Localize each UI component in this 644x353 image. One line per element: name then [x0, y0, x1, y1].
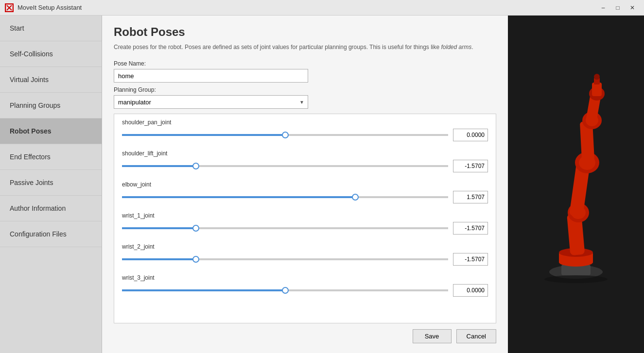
sidebar-item-end-effectors[interactable]: End Effectors: [0, 144, 102, 170]
3d-viewport: [508, 16, 644, 353]
sidebar-item-robot-poses[interactable]: Robot Poses: [0, 118, 102, 144]
sidebar-item-planning-groups[interactable]: Planning Groups: [0, 93, 102, 118]
joint-row: elbow_joint: [122, 181, 488, 203]
joint-slider-wrapper: [122, 130, 448, 140]
page-title: Robot Poses: [114, 25, 496, 39]
save-button[interactable]: Save: [413, 329, 452, 343]
planning-group-select[interactable]: manipulator: [114, 95, 308, 109]
joints-hscroll: ◀ ▶: [114, 323, 496, 323]
joint-controls: [122, 222, 488, 235]
sidebar-item-self-collisions[interactable]: Self-Collisions: [0, 41, 102, 67]
description-text-start: Create poses for the robot. Poses are de…: [114, 44, 441, 50]
cancel-button[interactable]: Cancel: [456, 329, 496, 343]
joint-slider-wrapper: [122, 286, 448, 295]
pose-name-input[interactable]: [114, 69, 308, 83]
svg-point-22: [594, 74, 600, 80]
joint-controls: [122, 160, 488, 172]
close-button[interactable]: ✕: [626, 2, 639, 13]
window-controls: – □ ✕: [596, 2, 639, 13]
joint-slider-shoulder_lift_joint[interactable]: [122, 165, 448, 167]
svg-rect-20: [592, 83, 602, 96]
joint-value-elbow_joint[interactable]: [453, 191, 488, 203]
joint-row: shoulder_lift_joint: [122, 150, 488, 172]
joint-slider-wrapper: [122, 161, 448, 171]
joint-slider-elbow_joint[interactable]: [122, 196, 448, 198]
app-icon: [5, 3, 14, 12]
joint-controls: [122, 129, 488, 141]
joint-row: wrist_2_joint: [122, 243, 488, 266]
joint-row: wrist_3_joint: [122, 274, 488, 297]
robot-svg: [520, 63, 632, 306]
svg-point-23: [544, 275, 608, 283]
joint-value-shoulder_lift_joint[interactable]: [453, 160, 488, 172]
robot-visualization: [508, 16, 644, 353]
joint-name: shoulder_lift_joint: [122, 150, 488, 157]
joint-name: wrist_1_joint: [122, 212, 488, 219]
hscroll-left-btn[interactable]: ◀: [114, 323, 122, 324]
joint-name: shoulder_pan_joint: [122, 119, 488, 126]
main-container: StartSelf-CollisionsVirtual JointsPlanni…: [0, 16, 644, 353]
joints-panel: shoulder_pan_jointshoulder_lift_jointelb…: [114, 114, 496, 323]
minimize-button[interactable]: –: [596, 2, 610, 13]
joint-controls: [122, 284, 488, 297]
joint-slider-wrist_2_joint[interactable]: [122, 258, 448, 260]
pose-name-row: Pose Name:: [114, 60, 496, 83]
sidebar-item-virtual-joints[interactable]: Virtual Joints: [0, 67, 102, 93]
joint-slider-wrist_1_joint[interactable]: [122, 227, 448, 229]
bottom-bar: Save Cancel: [114, 323, 496, 343]
maximize-button[interactable]: □: [611, 2, 625, 13]
page-description: Create poses for the robot. Poses are de…: [114, 43, 496, 51]
description-italic: folded arms: [441, 44, 471, 50]
joint-name: wrist_3_joint: [122, 274, 488, 281]
sidebar-item-start[interactable]: Start: [0, 16, 102, 41]
joint-slider-wrapper: [122, 223, 448, 233]
joint-controls: [122, 191, 488, 203]
joint-controls: [122, 253, 488, 266]
sidebar: StartSelf-CollisionsVirtual JointsPlanni…: [0, 16, 102, 353]
sidebar-item-passive-joints[interactable]: Passive Joints: [0, 170, 102, 196]
joint-name: wrist_2_joint: [122, 243, 488, 250]
joint-value-shoulder_pan_joint[interactable]: [453, 129, 488, 141]
joint-value-wrist_1_joint[interactable]: [453, 222, 488, 235]
joint-name: elbow_joint: [122, 181, 488, 188]
joint-value-wrist_3_joint[interactable]: [453, 284, 488, 297]
titlebar: MoveIt Setup Assistant – □ ✕: [0, 0, 644, 16]
form-section: Pose Name: Planning Group: manipulator ▼: [114, 60, 496, 109]
description-text-end: .: [471, 44, 473, 50]
planning-group-label: Planning Group:: [114, 86, 496, 93]
sidebar-item-author-information[interactable]: Author Information: [0, 196, 102, 221]
pose-name-label: Pose Name:: [114, 60, 496, 67]
joint-row: shoulder_pan_joint: [122, 119, 488, 141]
sidebar-item-configuration-files[interactable]: Configuration Files: [0, 221, 102, 247]
joint-slider-wrist_3_joint[interactable]: [122, 289, 448, 291]
joint-slider-shoulder_pan_joint[interactable]: [122, 134, 448, 136]
hscroll-right-btn[interactable]: ▶: [488, 323, 496, 324]
planning-group-row: Planning Group: manipulator ▼: [114, 86, 496, 109]
joint-slider-wrapper: [122, 192, 448, 202]
joint-row: wrist_1_joint: [122, 212, 488, 235]
content-area: Robot Poses Create poses for the robot. …: [102, 16, 508, 353]
joint-slider-wrapper: [122, 254, 448, 264]
titlebar-title: MoveIt Setup Assistant: [17, 4, 596, 11]
joints-scroll[interactable]: shoulder_pan_jointshoulder_lift_jointelb…: [114, 114, 496, 323]
planning-group-select-wrapper: manipulator ▼: [114, 95, 308, 109]
joint-value-wrist_2_joint[interactable]: [453, 253, 488, 266]
